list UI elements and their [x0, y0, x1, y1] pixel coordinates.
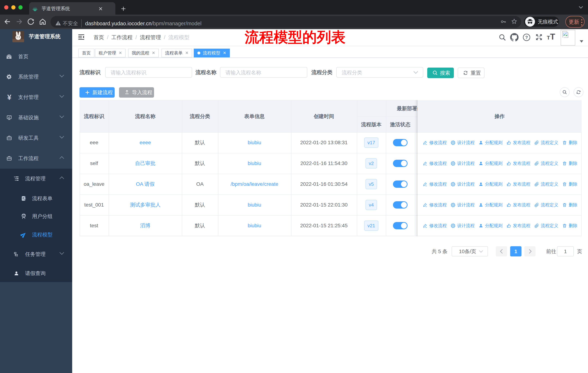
svg-text:?: ? [525, 35, 528, 40]
